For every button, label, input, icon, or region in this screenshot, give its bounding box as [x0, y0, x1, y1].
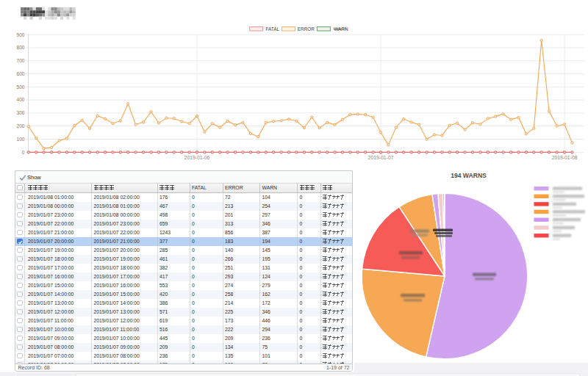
svg-text:2019-01-06: 2019-01-06	[184, 155, 210, 160]
svg-text:800: 800	[16, 45, 24, 50]
svg-text:100: 100	[16, 137, 24, 142]
svg-text:2019-01-08: 2019-01-08	[552, 155, 578, 160]
svg-text:200: 200	[16, 123, 24, 129]
svg-text:900: 900	[16, 32, 24, 37]
svg-text:0: 0	[22, 150, 25, 155]
svg-text:300: 300	[16, 110, 24, 115]
svg-text:600: 600	[16, 71, 24, 76]
svg-text:2019-01-07: 2019-01-07	[368, 155, 394, 160]
svg-text:194 WARNS: 194 WARNS	[451, 172, 487, 179]
svg-text:WARN: WARN	[334, 26, 348, 32]
svg-text:400: 400	[16, 97, 24, 102]
svg-text:FATAL: FATAL	[266, 26, 280, 32]
svg-text:700: 700	[16, 58, 24, 63]
svg-text:ERROR: ERROR	[298, 26, 315, 32]
svg-text:500: 500	[16, 84, 24, 90]
